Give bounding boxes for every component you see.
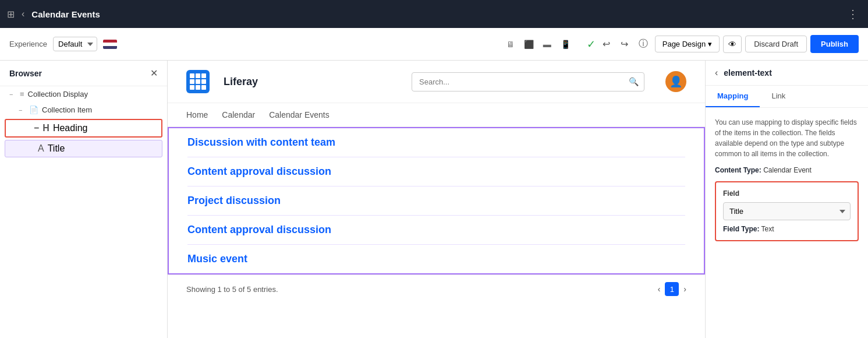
title-icon: A — [38, 143, 44, 154]
page-frame: Liferay 🔍 👤 Home Calendar Calendar Event… — [168, 61, 705, 338]
title-label: Title — [48, 143, 65, 154]
next-page-btn[interactable]: › — [683, 284, 686, 294]
right-panel-title: element-text — [724, 68, 771, 78]
list-item: Music event — [187, 245, 685, 273]
page-header: Liferay 🔍 👤 — [168, 61, 705, 103]
tree-item-collection-item[interactable]: − 📄 Collection Item — [0, 102, 167, 118]
list-item: Project discussion — [187, 186, 685, 216]
discard-draft-btn[interactable]: Discard Draft — [745, 36, 807, 52]
more-options-icon[interactable]: ⋮ — [847, 7, 859, 21]
logo-dot — [196, 79, 200, 84]
pagination-row: Showing 1 to 5 of 5 entries. ‹ 1 › — [168, 274, 705, 303]
tab-link[interactable]: Link — [760, 86, 797, 107]
logo-dot — [201, 73, 206, 78]
experience-label: Experience — [9, 40, 47, 48]
content-link-3[interactable]: Project discussion — [187, 195, 281, 207]
field-section: Field Title Field Type: Text — [715, 181, 859, 241]
tablet-landscape-btn[interactable]: ⬛ — [520, 37, 537, 51]
undo-btn[interactable]: ↩ — [599, 36, 614, 52]
panel-description: You can use mapping to display specific … — [715, 117, 859, 159]
content-list: Discussion with content team Content app… — [168, 127, 705, 274]
search-icon: 🔍 — [629, 77, 639, 86]
panel-body: You can use mapping to display specific … — [706, 108, 868, 338]
logo-dot — [196, 73, 200, 78]
right-panel-back-icon[interactable]: ‹ — [715, 68, 718, 78]
search-input[interactable] — [412, 72, 644, 91]
desktop-view-btn[interactable]: 🖥 — [503, 37, 518, 51]
language-flag[interactable] — [103, 40, 117, 49]
sidebar-close-btn[interactable]: ✕ — [150, 68, 158, 79]
toggle-icon: − — [9, 91, 16, 98]
logo-grid — [190, 73, 206, 90]
sidebar-toggle-icon[interactable]: ⊞ — [7, 9, 15, 20]
right-panel: ‹ element-text Mapping Link You can use … — [705, 61, 868, 338]
redo-btn[interactable]: ↪ — [617, 36, 632, 52]
current-page[interactable]: 1 — [665, 282, 679, 296]
experience-select[interactable]: Default — [53, 37, 97, 51]
brand-name: Liferay — [224, 76, 258, 88]
field-select[interactable]: Title — [723, 202, 851, 220]
canvas-area: Liferay 🔍 👤 Home Calendar Calendar Event… — [168, 61, 705, 338]
content-link-1[interactable]: Discussion with content team — [187, 136, 335, 149]
right-panel-header: ‹ element-text — [706, 61, 868, 86]
list-item: Content approval discussion — [187, 157, 685, 186]
content-link-5[interactable]: Music event — [187, 253, 247, 265]
pagination-text: Showing 1 to 5 of 5 entries. — [186, 285, 278, 294]
preview-btn[interactable]: 👁 — [723, 36, 742, 53]
top-bar: ⊞ ‹ Calendar Events ⋮ — [0, 0, 868, 28]
back-icon[interactable]: ‹ — [22, 9, 24, 19]
toolbar-actions: ✓ ↩ ↪ ⓘ Page Design ▾ 👁 Discard Draft Pu… — [587, 35, 859, 53]
logo-dot — [201, 85, 206, 90]
main-layout: Browser ✕ − ≡ Collection Display − 📄 Col… — [0, 61, 868, 338]
device-switcher: 🖥 ⬛ ▬ 📱 — [503, 37, 574, 51]
list-item: Discussion with content team — [187, 128, 685, 157]
field-type-meta: Field Type: Text — [723, 225, 851, 233]
logo-dot — [190, 85, 194, 90]
content-link-4[interactable]: Content approval discussion — [187, 224, 331, 236]
right-panel-tabs: Mapping Link — [706, 86, 868, 108]
page-title: Calendar Events — [31, 9, 100, 19]
sidebar: Browser ✕ − ≡ Collection Display − 📄 Col… — [0, 61, 168, 338]
tree-item-title[interactable]: A Title — [5, 140, 162, 157]
nav-calendar[interactable]: Calendar — [222, 110, 255, 119]
content-type-meta: Content Type: Calendar Event — [715, 166, 859, 174]
search-bar: 🔍 — [412, 72, 644, 91]
info-btn[interactable]: ⓘ — [635, 36, 651, 52]
list-item: Content approval discussion — [187, 216, 685, 245]
nav-calendar-events[interactable]: Calendar Events — [269, 110, 330, 119]
mobile-view-btn[interactable]: 📱 — [557, 37, 574, 51]
collection-item-label: Collection Item — [42, 105, 92, 114]
toggle-icon-child: − — [19, 107, 26, 114]
heading-label: Heading — [53, 123, 88, 133]
liferay-logo — [186, 70, 210, 93]
sidebar-header: Browser ✕ — [0, 61, 167, 86]
collection-display-icon: ≡ — [20, 90, 24, 98]
logo-dot — [196, 85, 200, 90]
publish-btn[interactable]: Publish — [810, 35, 859, 53]
toolbar: Experience Default 🖥 ⬛ ▬ 📱 ✓ ↩ ↪ ⓘ Page … — [0, 28, 868, 61]
heading-toggle: − — [34, 123, 39, 133]
prev-page-btn[interactable]: ‹ — [658, 284, 661, 294]
collection-item-icon: 📄 — [29, 105, 38, 114]
tree-item-heading[interactable]: − H Heading — [5, 119, 162, 138]
field-label: Field — [723, 189, 851, 198]
page-nav: Home Calendar Calendar Events — [168, 103, 705, 127]
tree-item-collection-display[interactable]: − ≡ Collection Display — [0, 86, 167, 102]
status-check-icon: ✓ — [587, 38, 596, 51]
tab-mapping[interactable]: Mapping — [706, 86, 760, 107]
sidebar-title: Browser — [9, 69, 42, 78]
collection-display-label: Collection Display — [28, 90, 88, 98]
logo-dot — [201, 79, 206, 84]
page-design-btn[interactable]: Page Design ▾ — [655, 36, 720, 52]
tablet-portrait-btn[interactable]: ▬ — [540, 37, 555, 51]
heading-icon: H — [42, 123, 49, 133]
content-link-2[interactable]: Content approval discussion — [187, 166, 331, 178]
pagination-controls: ‹ 1 › — [658, 282, 686, 296]
logo-dot — [190, 73, 194, 78]
logo-dot — [190, 79, 194, 84]
user-avatar[interactable]: 👤 — [665, 71, 686, 92]
nav-home[interactable]: Home — [186, 110, 208, 119]
